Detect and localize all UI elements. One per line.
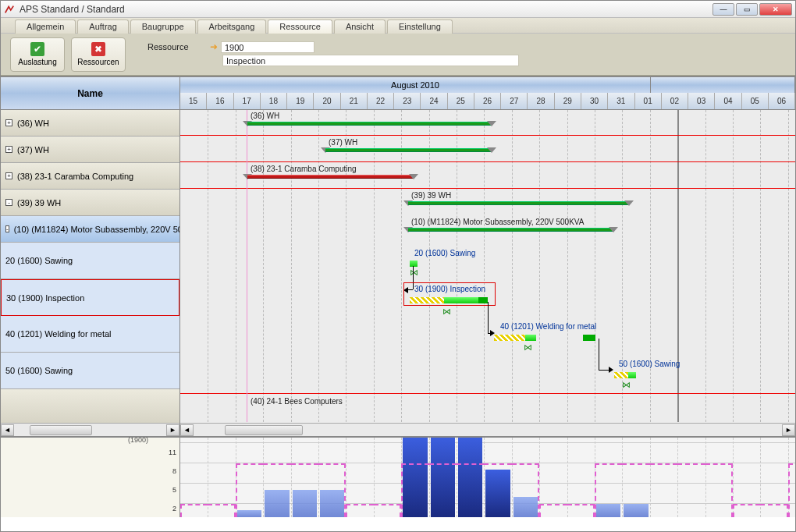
separator-line [180, 188, 795, 189]
scroll-thumb[interactable] [225, 425, 303, 435]
day-column-16: 16 [207, 93, 233, 109]
row-welding-40[interactable]: 40 (1201) Welding for metal [1, 316, 179, 353]
check-icon: ✔ [30, 42, 44, 56]
tab-arbeitsgang[interactable]: Arbeitsgang [197, 20, 267, 34]
bar-end-cap [624, 200, 634, 206]
bowtie-icon: ⋈ [622, 380, 631, 390]
chart-area[interactable] [180, 438, 795, 517]
utilization-chart: (1900) 11 8 5 2 [1, 436, 795, 517]
day-column-25: 25 [448, 93, 474, 109]
row-sawing-20[interactable]: 20 (1600) Sawing [1, 243, 179, 279]
task-label-30: 30 (1900) Inspection [414, 285, 485, 293]
expand-icon[interactable]: + [5, 119, 12, 126]
day-column-22: 22 [368, 93, 394, 109]
separator-line [180, 135, 795, 136]
day-column-28: 28 [528, 93, 554, 109]
month-august: August 2010 [180, 77, 651, 93]
collapse-icon[interactable]: - [5, 225, 9, 232]
separator-line [180, 161, 795, 162]
minimize-button[interactable]: — [712, 3, 734, 16]
bar-end-cap [609, 227, 618, 232]
row-36-wh[interactable]: +(36) WH [1, 110, 179, 137]
left-header: Name [1, 77, 179, 110]
expand-icon[interactable]: + [5, 146, 12, 153]
bar-label-39: (39) 39 WH [411, 191, 451, 200]
tab-einstellung[interactable]: Einstellung [387, 20, 453, 34]
ressource-name-field[interactable]: Inspection [222, 55, 519, 66]
scroll-right-button[interactable]: ► [166, 424, 179, 436]
right-hscrollbar[interactable]: ◄ ► [180, 423, 795, 436]
task-label-20: 20 (1600) Sawing [414, 249, 475, 257]
expand-icon[interactable]: + [5, 172, 12, 179]
task-50[interactable] [614, 370, 638, 381]
bar-39[interactable] [408, 201, 629, 205]
bowtie-icon: ⋈ [442, 307, 451, 317]
ressource-id-field[interactable]: 1900 [221, 41, 314, 53]
separator-line [180, 393, 795, 394]
task-30[interactable] [410, 295, 488, 306]
ytick: 5 [172, 486, 176, 494]
ytick: 8 [172, 467, 176, 475]
ressourcen-button[interactable]: ✖ Ressourcen [71, 37, 126, 72]
row-sawing-50[interactable]: 50 (1600) Sawing [1, 353, 179, 389]
scroll-left-button[interactable]: ◄ [180, 424, 194, 436]
day-header: 1516171819202122232425262728293031010203… [180, 93, 795, 109]
day-column-23: 23 [394, 93, 421, 109]
tab-auftrag[interactable]: Auftrag [77, 20, 128, 34]
day-column-29: 29 [555, 93, 581, 109]
left-pane: Name +(36) WH +(37) WH +(38) 23-1 Caramb… [1, 77, 180, 436]
day-column-05: 05 [742, 93, 769, 109]
bar-end-cap [487, 147, 496, 153]
x-icon: ✖ [91, 42, 105, 56]
day-column-19: 19 [287, 93, 314, 109]
bowtie-icon: ⋈ [410, 268, 418, 278]
row-37-wh[interactable]: +(37) WH [1, 137, 179, 163]
ressourcen-label: Ressourcen [77, 58, 119, 66]
bowtie-icon: ⋈ [524, 342, 532, 353]
row-38-caramba[interactable]: +(38) 23-1 Caramba Computing [1, 163, 179, 190]
tab-allgemein[interactable]: Allgemein [15, 20, 76, 34]
row-39-wh[interactable]: -(39) 39 WH [1, 190, 179, 216]
resource-form: Ressource ➜ 1900 Inspection [147, 41, 519, 68]
close-button[interactable]: ✕ [759, 3, 792, 16]
auslastung-button[interactable]: ✔ Auslastung [10, 37, 65, 72]
row-inspection-30[interactable]: 30 (1900) Inspection [1, 279, 179, 316]
row-motor-subassembly[interactable]: -(10) (M11824) Motor Subassembly, 220V 5… [1, 216, 179, 243]
toolbar: ✔ Auslastung ✖ Ressourcen Ressource ➜ 19… [1, 34, 795, 76]
ytick: 11 [169, 449, 176, 456]
tab-ressource[interactable]: Ressource [268, 20, 332, 34]
day-column-15: 15 [180, 93, 207, 109]
day-column-18: 18 [261, 93, 287, 109]
tab-baugruppe[interactable]: Baugruppe [130, 20, 196, 34]
collapse-icon[interactable]: - [5, 199, 12, 206]
gantt-grid [180, 110, 795, 422]
scroll-left-button[interactable]: ◄ [1, 424, 14, 436]
task-40[interactable] [494, 332, 599, 343]
day-column-06: 06 [769, 93, 795, 109]
bar-36[interactable] [247, 122, 492, 126]
month-next [651, 77, 795, 93]
day-column-17: 17 [234, 93, 261, 109]
day-column-02: 02 [662, 93, 688, 109]
scroll-right-button[interactable]: ► [782, 424, 795, 436]
bar-10[interactable] [408, 228, 613, 232]
current-time-marker [247, 110, 247, 422]
maximize-button[interactable]: ▭ [736, 3, 758, 16]
day-column-21: 21 [341, 93, 368, 109]
gantt-area[interactable]: (36) WH (37) WH (38) 23-1 Caramba Comput… [180, 110, 795, 422]
day-column-27: 27 [501, 93, 528, 109]
chart-yaxis: (1900) 11 8 5 2 [1, 438, 180, 517]
bar-38[interactable] [247, 175, 414, 179]
bar-37[interactable] [325, 148, 492, 152]
arrow-right-icon: ➜ [210, 41, 218, 52]
bar-label-10: (10) (M11824) Motor Subassembly, 220V 50… [411, 218, 584, 226]
auslastung-label: Auslastung [18, 58, 56, 66]
scroll-thumb[interactable] [30, 425, 92, 435]
left-hscrollbar[interactable]: ◄ ► [1, 423, 179, 436]
day-column-31: 31 [608, 93, 634, 109]
day-column-03: 03 [688, 93, 715, 109]
day-column-04: 04 [715, 93, 741, 109]
timeline-header: August 2010 1516171819202122232425262728… [180, 77, 795, 110]
tab-ansicht[interactable]: Ansicht [334, 20, 386, 34]
ressource-label: Ressource [147, 42, 210, 51]
